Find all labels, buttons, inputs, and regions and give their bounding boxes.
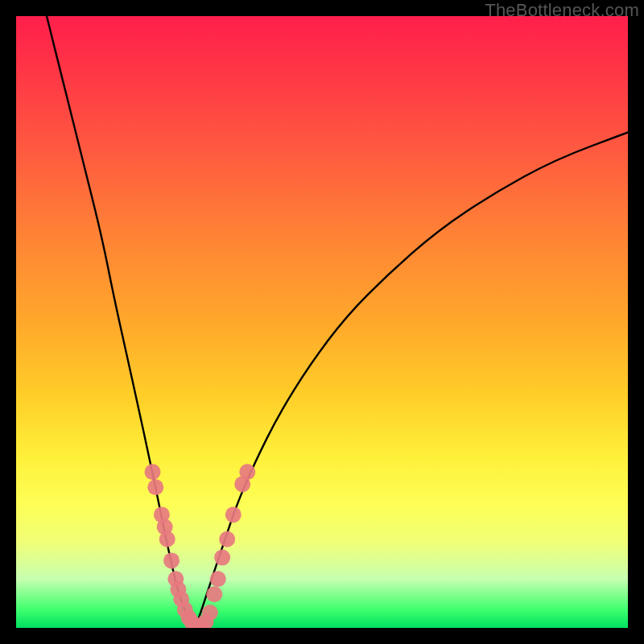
data-point [206, 586, 222, 602]
plot-area [16, 16, 628, 628]
data-point [159, 531, 175, 547]
curve-right-curve [195, 132, 628, 628]
data-point [144, 464, 160, 480]
data-point [202, 605, 218, 621]
data-point [214, 550, 230, 566]
data-point [147, 479, 163, 495]
data-point [210, 571, 226, 587]
data-point [239, 464, 255, 480]
data-point [225, 506, 242, 522]
chart-frame: TheBottleneck.com [0, 0, 644, 644]
chart-svg [16, 16, 628, 628]
data-point [219, 531, 235, 547]
watermark-text: TheBottleneck.com [485, 0, 639, 21]
data-point [163, 552, 180, 568]
